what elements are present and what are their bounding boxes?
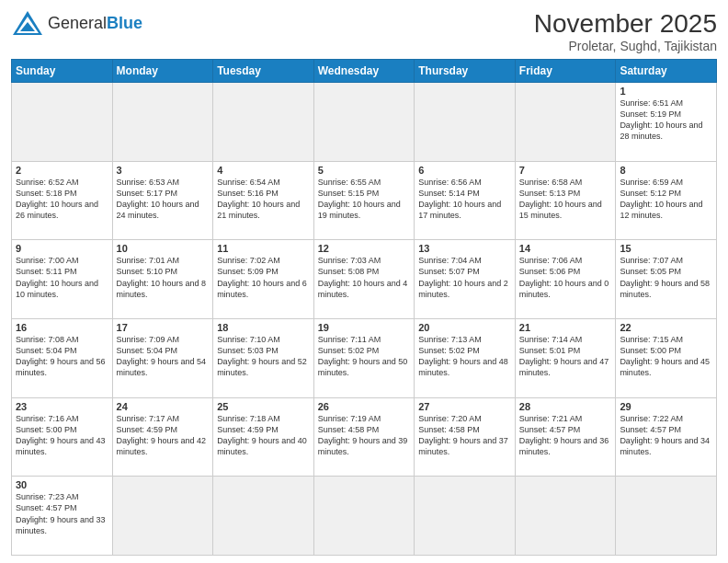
table-row: 24Sunrise: 7:17 AM Sunset: 4:59 PM Dayli… [112, 397, 213, 477]
day-number: 23 [16, 401, 108, 412]
day-info: Sunrise: 7:17 AM Sunset: 4:59 PM Dayligh… [117, 413, 210, 458]
day-info: Sunrise: 7:07 AM Sunset: 5:05 PM Dayligh… [620, 255, 712, 300]
table-row: 25Sunrise: 7:18 AM Sunset: 4:59 PM Dayli… [213, 397, 314, 477]
day-number: 18 [217, 322, 310, 333]
day-number: 21 [519, 322, 612, 333]
table-row [313, 83, 415, 162]
day-number: 16 [16, 322, 108, 333]
calendar-week-row: 16Sunrise: 7:08 AM Sunset: 5:04 PM Dayli… [12, 318, 717, 397]
calendar-table: Sunday Monday Tuesday Wednesday Thursday… [11, 59, 717, 556]
day-info: Sunrise: 7:15 AM Sunset: 5:00 PM Dayligh… [620, 334, 712, 379]
day-number: 5 [318, 165, 411, 176]
day-info: Sunrise: 7:22 AM Sunset: 4:57 PM Dayligh… [620, 413, 712, 458]
table-row: 8Sunrise: 6:59 AM Sunset: 5:12 PM Daylig… [616, 161, 717, 240]
table-row: 9Sunrise: 7:00 AM Sunset: 5:11 PM Daylig… [12, 240, 113, 319]
day-number: 30 [16, 479, 108, 490]
day-info: Sunrise: 6:53 AM Sunset: 5:17 PM Dayligh… [117, 177, 210, 222]
day-info: Sunrise: 6:52 AM Sunset: 5:18 PM Dayligh… [16, 177, 108, 222]
table-row: 20Sunrise: 7:13 AM Sunset: 5:02 PM Dayli… [415, 318, 516, 397]
table-row: 3Sunrise: 6:53 AM Sunset: 5:17 PM Daylig… [112, 161, 213, 240]
table-row: 23Sunrise: 7:16 AM Sunset: 5:00 PM Dayli… [12, 397, 113, 477]
table-row [616, 477, 717, 556]
header-saturday: Saturday [616, 60, 717, 83]
table-row: 5Sunrise: 6:55 AM Sunset: 5:15 PM Daylig… [313, 161, 415, 240]
day-number: 14 [519, 243, 612, 254]
day-info: Sunrise: 7:18 AM Sunset: 4:59 PM Dayligh… [217, 413, 310, 458]
day-number: 13 [418, 243, 511, 254]
table-row [213, 477, 314, 556]
table-row [515, 83, 616, 162]
day-info: Sunrise: 6:58 AM Sunset: 5:13 PM Dayligh… [519, 177, 612, 222]
day-number: 11 [217, 243, 310, 254]
day-info: Sunrise: 7:02 AM Sunset: 5:09 PM Dayligh… [217, 255, 310, 300]
table-row [313, 477, 415, 556]
calendar-title: November 2025 [534, 9, 717, 39]
day-number: 12 [318, 243, 411, 254]
day-number: 26 [318, 401, 411, 412]
calendar-week-row: 9Sunrise: 7:00 AM Sunset: 5:11 PM Daylig… [12, 240, 717, 319]
logo-text: GeneralBlue [48, 15, 142, 32]
table-row: 17Sunrise: 7:09 AM Sunset: 5:04 PM Dayli… [112, 318, 213, 397]
table-row: 12Sunrise: 7:03 AM Sunset: 5:08 PM Dayli… [313, 240, 415, 319]
table-row: 2Sunrise: 6:52 AM Sunset: 5:18 PM Daylig… [12, 161, 113, 240]
calendar-week-row: 30Sunrise: 7:23 AM Sunset: 4:57 PM Dayli… [12, 477, 717, 556]
day-number: 3 [117, 165, 210, 176]
logo-icon [11, 9, 44, 37]
day-info: Sunrise: 7:09 AM Sunset: 5:04 PM Dayligh… [117, 334, 210, 379]
day-info: Sunrise: 7:01 AM Sunset: 5:10 PM Dayligh… [117, 255, 210, 300]
table-row: 11Sunrise: 7:02 AM Sunset: 5:09 PM Dayli… [213, 240, 314, 319]
table-row [515, 477, 616, 556]
table-row: 21Sunrise: 7:14 AM Sunset: 5:01 PM Dayli… [515, 318, 616, 397]
day-info: Sunrise: 7:03 AM Sunset: 5:08 PM Dayligh… [318, 255, 411, 300]
day-number: 27 [418, 401, 511, 412]
day-info: Sunrise: 6:56 AM Sunset: 5:14 PM Dayligh… [418, 177, 511, 222]
day-number: 17 [117, 322, 210, 333]
table-row: 26Sunrise: 7:19 AM Sunset: 4:58 PM Dayli… [313, 397, 415, 477]
day-number: 20 [418, 322, 511, 333]
header-tuesday: Tuesday [213, 60, 314, 83]
table-row: 19Sunrise: 7:11 AM Sunset: 5:02 PM Dayli… [313, 318, 415, 397]
table-row [415, 477, 516, 556]
day-info: Sunrise: 7:10 AM Sunset: 5:03 PM Dayligh… [217, 334, 310, 379]
header-friday: Friday [515, 60, 616, 83]
day-number: 15 [620, 243, 712, 254]
table-row [213, 83, 314, 162]
day-info: Sunrise: 7:20 AM Sunset: 4:58 PM Dayligh… [418, 413, 511, 458]
table-row: 16Sunrise: 7:08 AM Sunset: 5:04 PM Dayli… [12, 318, 113, 397]
page: GeneralBlue November 2025 Proletar, Sugh… [0, 0, 728, 563]
day-number: 6 [418, 165, 511, 176]
table-row [112, 83, 213, 162]
calendar-week-row: 1Sunrise: 6:51 AM Sunset: 5:19 PM Daylig… [12, 83, 717, 162]
day-number: 7 [519, 165, 612, 176]
table-row: 10Sunrise: 7:01 AM Sunset: 5:10 PM Dayli… [112, 240, 213, 319]
calendar-week-row: 2Sunrise: 6:52 AM Sunset: 5:18 PM Daylig… [12, 161, 717, 240]
table-row: 29Sunrise: 7:22 AM Sunset: 4:57 PM Dayli… [616, 397, 717, 477]
table-row: 22Sunrise: 7:15 AM Sunset: 5:00 PM Dayli… [616, 318, 717, 397]
table-row [12, 83, 113, 162]
calendar-subtitle: Proletar, Sughd, Tajikistan [534, 39, 717, 53]
table-row [112, 477, 213, 556]
table-row: 13Sunrise: 7:04 AM Sunset: 5:07 PM Dayli… [415, 240, 516, 319]
day-info: Sunrise: 7:21 AM Sunset: 4:57 PM Dayligh… [519, 413, 612, 458]
day-number: 2 [16, 165, 108, 176]
day-number: 8 [620, 165, 712, 176]
title-block: November 2025 Proletar, Sughd, Tajikista… [534, 9, 717, 53]
table-row: 28Sunrise: 7:21 AM Sunset: 4:57 PM Dayli… [515, 397, 616, 477]
table-row: 18Sunrise: 7:10 AM Sunset: 5:03 PM Dayli… [213, 318, 314, 397]
day-info: Sunrise: 7:14 AM Sunset: 5:01 PM Dayligh… [519, 334, 612, 379]
day-number: 24 [117, 401, 210, 412]
day-info: Sunrise: 6:59 AM Sunset: 5:12 PM Dayligh… [620, 177, 712, 222]
header-monday: Monday [112, 60, 213, 83]
calendar-week-row: 23Sunrise: 7:16 AM Sunset: 5:00 PM Dayli… [12, 397, 717, 477]
header-sunday: Sunday [12, 60, 113, 83]
day-info: Sunrise: 6:54 AM Sunset: 5:16 PM Dayligh… [217, 177, 310, 222]
table-row: 15Sunrise: 7:07 AM Sunset: 5:05 PM Dayli… [616, 240, 717, 319]
weekday-header-row: Sunday Monday Tuesday Wednesday Thursday… [12, 60, 717, 83]
day-info: Sunrise: 7:08 AM Sunset: 5:04 PM Dayligh… [16, 334, 108, 379]
day-number: 19 [318, 322, 411, 333]
table-row: 7Sunrise: 6:58 AM Sunset: 5:13 PM Daylig… [515, 161, 616, 240]
day-info: Sunrise: 6:51 AM Sunset: 5:19 PM Dayligh… [620, 98, 712, 143]
header-wednesday: Wednesday [313, 60, 415, 83]
day-info: Sunrise: 6:55 AM Sunset: 5:15 PM Dayligh… [318, 177, 411, 222]
day-info: Sunrise: 7:00 AM Sunset: 5:11 PM Dayligh… [16, 255, 108, 300]
